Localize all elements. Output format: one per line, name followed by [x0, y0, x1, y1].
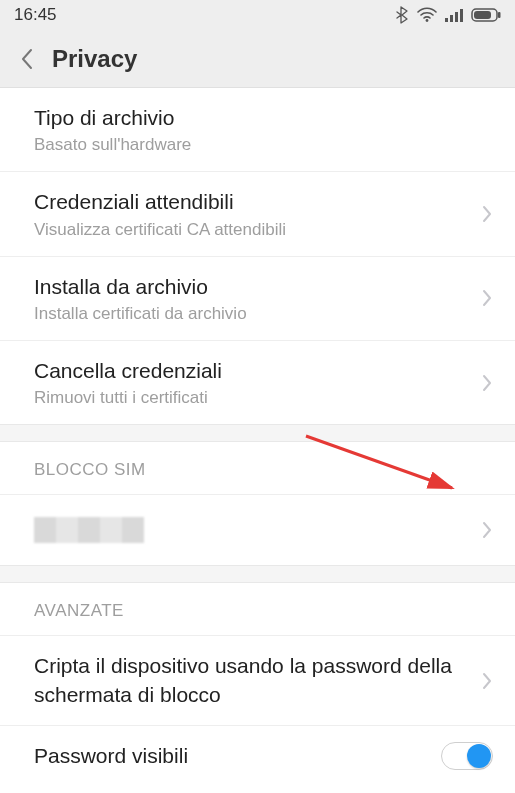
- svg-point-0: [426, 19, 429, 22]
- wifi-icon: [417, 7, 437, 23]
- item-subtitle: Installa certificati da archivio: [34, 304, 471, 324]
- svg-rect-7: [498, 12, 501, 18]
- chevron-right-icon: [481, 288, 493, 308]
- svg-rect-6: [474, 11, 491, 19]
- trusted-credentials-item[interactable]: Credenziali attendibili Visualizza certi…: [0, 172, 515, 256]
- svg-rect-3: [455, 12, 458, 22]
- section-gap: [0, 565, 515, 583]
- signal-icon: [445, 8, 463, 22]
- item-subtitle: Visualizza certificati CA attendibili: [34, 220, 471, 240]
- item-title: Cancella credenziali: [34, 357, 471, 384]
- toggle-knob: [467, 744, 491, 768]
- status-icons: [395, 6, 501, 24]
- item-title: Tipo di archivio: [34, 104, 493, 131]
- install-from-archive-item[interactable]: Installa da archivio Installa certificat…: [0, 257, 515, 341]
- svg-rect-2: [450, 15, 453, 22]
- page-title: Privacy: [52, 45, 137, 73]
- sim-lock-section-header: BLOCCO SIM: [0, 442, 515, 495]
- archive-type-item: Tipo di archivio Basato sull'hardware: [0, 88, 515, 172]
- item-title: Cripta il dispositivo usando la password…: [34, 652, 471, 709]
- back-button[interactable]: [12, 44, 42, 74]
- status-time: 16:45: [14, 5, 57, 25]
- chevron-right-icon: [481, 671, 493, 691]
- chevron-right-icon: [481, 520, 493, 540]
- encrypt-device-item[interactable]: Cripta il dispositivo usando la password…: [0, 636, 515, 726]
- clear-credentials-item[interactable]: Cancella credenziali Rimuovi tutti i cer…: [0, 341, 515, 424]
- svg-rect-4: [460, 9, 463, 22]
- sim-lock-item[interactable]: [0, 495, 515, 565]
- bluetooth-icon: [395, 6, 409, 24]
- status-bar: 16:45: [0, 0, 515, 30]
- redacted-label: [34, 517, 144, 543]
- visible-passwords-toggle[interactable]: [441, 742, 493, 770]
- item-title: Installa da archivio: [34, 273, 471, 300]
- item-subtitle: Rimuovi tutti i certificati: [34, 388, 471, 408]
- visible-passwords-item[interactable]: Password visibili: [0, 726, 515, 786]
- chevron-right-icon: [481, 204, 493, 224]
- settings-screen: 16:45 Privacy Tipo di archivio: [0, 0, 515, 793]
- page-header: Privacy: [0, 30, 515, 88]
- item-title: Password visibili: [34, 742, 441, 769]
- credentials-group: Tipo di archivio Basato sull'hardware Cr…: [0, 88, 515, 424]
- section-gap: [0, 424, 515, 442]
- chevron-right-icon: [481, 373, 493, 393]
- battery-icon: [471, 8, 501, 22]
- advanced-section-header: AVANZATE: [0, 583, 515, 636]
- item-subtitle: Basato sull'hardware: [34, 135, 493, 155]
- svg-rect-1: [445, 18, 448, 22]
- item-title: Credenziali attendibili: [34, 188, 471, 215]
